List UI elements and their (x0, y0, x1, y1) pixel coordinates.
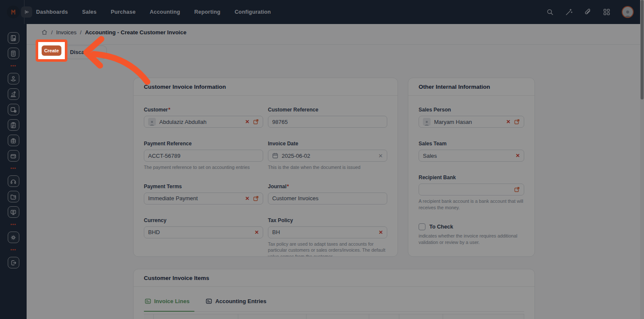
menu-item-accounting[interactable]: Accounting (150, 9, 180, 15)
menu-item-reporting[interactable]: Reporting (194, 9, 221, 15)
to-check-checkbox[interactable] (419, 223, 425, 230)
external-link-icon[interactable] (253, 119, 259, 125)
field-label: Journal* (268, 184, 387, 190)
contact-avatar-icon (148, 118, 156, 126)
customer-invoice-items-card: Customer Invoice Items Invoice Lines Acc… (133, 269, 535, 319)
sidebar-logout-icon[interactable] (8, 257, 19, 268)
tab-label: Accounting Entries (215, 298, 266, 304)
clear-icon[interactable]: ✕ (506, 119, 510, 124)
menu-item-configuration[interactable]: Configuration (234, 9, 271, 15)
card-title: Customer Invoice Items (134, 269, 535, 287)
payment-reference-field: Payment Reference ACCT-56789 The payment… (144, 141, 263, 171)
menu-item-sales[interactable]: Sales (82, 9, 97, 15)
recipient-bank-input[interactable] (419, 184, 524, 196)
sidebar-package-icon[interactable] (8, 135, 19, 146)
breadcrumb-separator: / (80, 29, 82, 36)
magic-wand-icon[interactable] (565, 8, 573, 16)
external-link-icon[interactable] (514, 187, 520, 193)
logo-mark-icon (9, 8, 18, 16)
clear-date-icon[interactable]: ✕ (378, 153, 383, 159)
sidebar-folder-icon[interactable] (8, 191, 19, 202)
sidebar-collapse-button[interactable] (21, 6, 32, 18)
table-column-divider (144, 314, 154, 319)
sales-team-input[interactable]: Sales ✕ (419, 150, 524, 162)
payment-reference-input[interactable]: ACCT-56789 (144, 150, 263, 162)
clear-icon[interactable]: ✕ (245, 196, 249, 201)
tax-policy-field: Tax Policy BH ✕ Tax policy are used to a… (268, 217, 387, 257)
top-navigation-bar: Dashboards Sales Purchase Accounting Rep… (0, 0, 644, 24)
clear-icon[interactable]: ✕ (379, 230, 383, 235)
payment-terms-field: Payment Terms Immediate Payment ✕ (144, 184, 263, 205)
field-help-text: Tax policy are used to adapt taxes and a… (268, 241, 387, 257)
sales-person-input[interactable]: Maryam Hasan ✕ (419, 116, 524, 128)
scrollbar-thumb[interactable] (641, 0, 644, 99)
tab-invoice-lines[interactable]: Invoice Lines (144, 298, 194, 311)
field-help-text: The payment reference to set on accounti… (144, 164, 263, 171)
tax-policy-input[interactable]: BH ✕ (268, 226, 387, 238)
customer-reference-input[interactable]: 98765 (268, 116, 387, 128)
main-menu: Dashboards Sales Purchase Accounting Rep… (36, 0, 271, 24)
external-link-icon[interactable] (253, 196, 259, 202)
customer-reference-value: 98765 (272, 119, 383, 125)
customer-value: Abdulaziz Abdullah (159, 119, 242, 125)
breadcrumb-separator: / (51, 29, 53, 36)
app-logo[interactable] (7, 6, 20, 18)
apps-grid-icon[interactable] (603, 8, 611, 16)
payment-reference-value: ACCT-56789 (148, 153, 259, 159)
create-button[interactable]: Create (42, 45, 61, 56)
sidebar-gear-icon[interactable] (8, 232, 19, 243)
breadcrumb-current-page: Accounting - Create Customer Invoice (85, 29, 186, 36)
sidebar-bar-chart-icon[interactable] (8, 88, 19, 100)
tab-label: Invoice Lines (154, 298, 189, 304)
required-mark: * (168, 107, 170, 113)
field-label: Customer Reference (268, 107, 387, 113)
breadcrumb-invoices-link[interactable]: Invoices (56, 29, 77, 36)
payment-terms-value: Immediate Payment (148, 195, 242, 202)
external-link-icon[interactable] (514, 119, 520, 125)
sidebar-clipboard-icon[interactable] (8, 119, 19, 131)
field-label: Currency (144, 217, 263, 223)
topbar-actions (546, 0, 634, 24)
list-badge-icon (206, 298, 212, 304)
clear-icon[interactable]: ✕ (245, 119, 249, 124)
menu-item-dashboards[interactable]: Dashboards (36, 9, 68, 15)
table-column-divider (369, 314, 400, 319)
currency-input[interactable]: BHD ✕ (144, 226, 263, 238)
sidebar-wallet-icon[interactable] (8, 150, 19, 162)
currency-value: BHD (148, 229, 251, 235)
menu-item-purchase[interactable]: Purchase (111, 9, 136, 15)
home-icon[interactable] (41, 29, 48, 36)
user-avatar[interactable] (622, 6, 634, 18)
table-column-divider (399, 314, 443, 319)
sidebar-ledger-icon[interactable] (8, 32, 19, 44)
payment-terms-input[interactable]: Immediate Payment ✕ (144, 193, 263, 205)
tab-accounting-entries[interactable]: Accounting Entries (205, 298, 271, 311)
to-check-label: To Check (429, 224, 453, 230)
paperclip-icon[interactable] (584, 8, 592, 16)
invoice-items-tabs: Invoice Lines Accounting Entries (144, 298, 524, 312)
sales-team-field: Sales Team Sales ✕ (419, 141, 524, 162)
customer-field: Customer* Abdulaziz Abdullah ✕ (144, 107, 263, 128)
person-icon (623, 9, 632, 17)
invoice-date-input[interactable]: 2025-06-02 ✕ (268, 150, 387, 162)
field-help-text: This is the date when the document is is… (268, 164, 387, 171)
journal-field: Journal* Customer Invoices (268, 184, 387, 205)
clear-icon[interactable]: ✕ (255, 230, 259, 235)
sidebar-hand-coins-icon[interactable] (8, 73, 19, 84)
discard-button[interactable]: Discard (65, 45, 107, 59)
customer-invoice-information-card: Customer Invoice Information Customer* A… (133, 78, 398, 257)
clear-icon[interactable]: ✕ (516, 153, 520, 158)
sidebar-calculator-icon[interactable] (8, 48, 19, 59)
sales-person-field: Sales Person Maryam Hasan ✕ (419, 107, 524, 128)
field-label: Tax Policy (268, 217, 387, 223)
sidebar-box-plus-icon[interactable] (8, 104, 19, 115)
search-icon[interactable] (546, 8, 554, 16)
sidebar-headset-icon[interactable] (8, 175, 19, 187)
table-column-divider (307, 314, 369, 319)
sidebar-divider: ••• (10, 223, 16, 227)
journal-input[interactable]: Customer Invoices (268, 193, 387, 205)
sidebar-monitor-icon[interactable] (8, 206, 19, 218)
customer-input[interactable]: Abdulaziz Abdullah ✕ (144, 116, 263, 128)
other-internal-information-card: Other Internal Information Sales Person … (408, 78, 535, 257)
invoice-lines-table-header (144, 314, 524, 319)
